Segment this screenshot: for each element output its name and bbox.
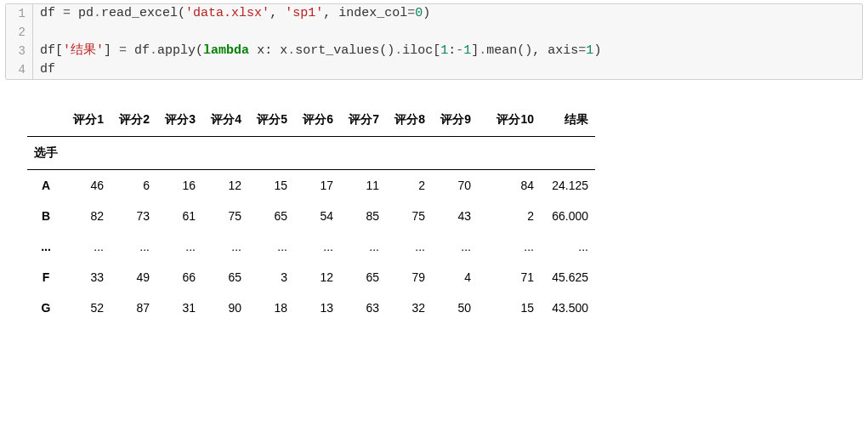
column-header: 评分10 (478, 104, 541, 137)
table-cell: ... (248, 231, 294, 262)
table-cell: 52 (65, 293, 111, 323)
code-line: 3df['结果'] = df.apply(lambda x: x.sort_va… (6, 42, 862, 60)
header-spacer (111, 137, 156, 170)
table-cell: ... (432, 231, 478, 262)
code-token: : (448, 43, 456, 58)
table-cell: 15 (478, 293, 541, 323)
code-token: lambda (203, 43, 249, 58)
code-token: = (63, 6, 71, 20)
table-cell: 82 (65, 201, 111, 231)
row-index: ... (27, 231, 65, 262)
column-header: 评分6 (294, 104, 340, 137)
column-header: 评分2 (111, 104, 156, 137)
code-token: . (94, 6, 101, 20)
table-cell: 61 (156, 201, 202, 231)
table-cell: ... (202, 231, 248, 262)
header-spacer (432, 137, 478, 170)
table-cell: 3 (248, 262, 294, 293)
row-index: A (27, 170, 65, 202)
table-cell: 4 (432, 262, 478, 293)
dataframe-index-name-row: 选手 (27, 137, 595, 170)
table-cell: ... (340, 231, 386, 262)
table-cell: 11 (340, 170, 386, 202)
code-token: ) (593, 43, 601, 58)
dataframe-body: A46616121517112708424.125B82736175655485… (27, 170, 595, 324)
column-header: 评分4 (202, 104, 248, 137)
table-cell: 90 (202, 293, 248, 323)
table-cell: ... (478, 231, 541, 262)
code-token: = (407, 6, 415, 20)
code-line: 2 (6, 23, 862, 42)
header-spacer (65, 137, 111, 170)
code-token: . (479, 43, 486, 58)
line-number: 2 (6, 23, 33, 42)
row-index: F (27, 262, 65, 293)
table-cell: 2 (386, 170, 432, 202)
table-cell: 50 (432, 293, 478, 323)
column-header: 评分3 (156, 104, 202, 137)
line-number: 4 (6, 60, 33, 79)
table-cell: 43 (432, 201, 478, 231)
table-row: B827361756554857543266.000 (27, 201, 595, 231)
code-token: x: x (249, 43, 287, 58)
table-cell: 73 (111, 201, 156, 231)
table-cell: ... (541, 231, 595, 262)
code-token: '结果' (63, 43, 104, 58)
code-token: df[ (40, 43, 63, 58)
code-token: 1 (463, 43, 471, 58)
code-token: df (127, 43, 150, 58)
table-cell: 24.125 (541, 170, 595, 202)
header-spacer (156, 137, 202, 170)
code-token: iloc[ (402, 43, 440, 58)
header-spacer (248, 137, 294, 170)
table-cell: 65 (340, 262, 386, 293)
column-header: 评分5 (248, 104, 294, 137)
code-token: 'data.xlsx' (185, 6, 269, 20)
table-cell: 71 (478, 262, 541, 293)
table-cell: 18 (248, 293, 294, 323)
table-cell: 65 (248, 201, 294, 231)
code-token: sort_values() (295, 43, 394, 58)
index-corner (27, 104, 65, 137)
header-spacer (386, 137, 432, 170)
table-cell: 6 (111, 170, 156, 202)
code-token: ) (423, 6, 430, 20)
table-cell: 79 (386, 262, 432, 293)
code-token: . (394, 43, 402, 58)
code-text[interactable]: df = pd.read_excel('data.xlsx', 'sp1', i… (33, 4, 430, 23)
code-token: mean(), axis (486, 43, 578, 58)
code-token: df (40, 62, 55, 77)
code-token: 1 (440, 43, 448, 58)
header-spacer (202, 137, 248, 170)
table-row: F33496665312657947145.625 (27, 262, 595, 293)
code-token: , (269, 6, 285, 20)
column-header: 评分8 (386, 104, 432, 137)
table-row: G5287319018136332501543.500 (27, 293, 595, 323)
code-token: ] (471, 43, 479, 58)
table-cell: ... (294, 231, 340, 262)
table-cell: 31 (156, 293, 202, 323)
code-token: 'sp1' (285, 6, 323, 20)
table-cell: 17 (294, 170, 340, 202)
code-token: df (40, 6, 63, 20)
code-token: apply( (157, 43, 203, 58)
header-spacer (541, 137, 595, 170)
column-header: 评分7 (340, 104, 386, 137)
table-cell: 46 (65, 170, 111, 202)
table-cell: 45.625 (541, 262, 595, 293)
header-spacer (294, 137, 340, 170)
table-cell: 63 (340, 293, 386, 323)
code-text[interactable]: df['结果'] = df.apply(lambda x: x.sort_val… (33, 42, 601, 60)
table-cell: 84 (478, 170, 541, 202)
code-token: . (287, 43, 295, 58)
row-index: B (27, 201, 65, 231)
table-cell: 12 (294, 262, 340, 293)
table-cell: 75 (386, 201, 432, 231)
code-line: 4df (6, 60, 862, 79)
table-cell: 15 (248, 170, 294, 202)
table-cell: 2 (478, 201, 541, 231)
code-text[interactable]: df (33, 60, 55, 79)
table-cell: ... (156, 231, 202, 262)
table-cell: 43.500 (541, 293, 595, 323)
code-token: = (119, 43, 127, 58)
